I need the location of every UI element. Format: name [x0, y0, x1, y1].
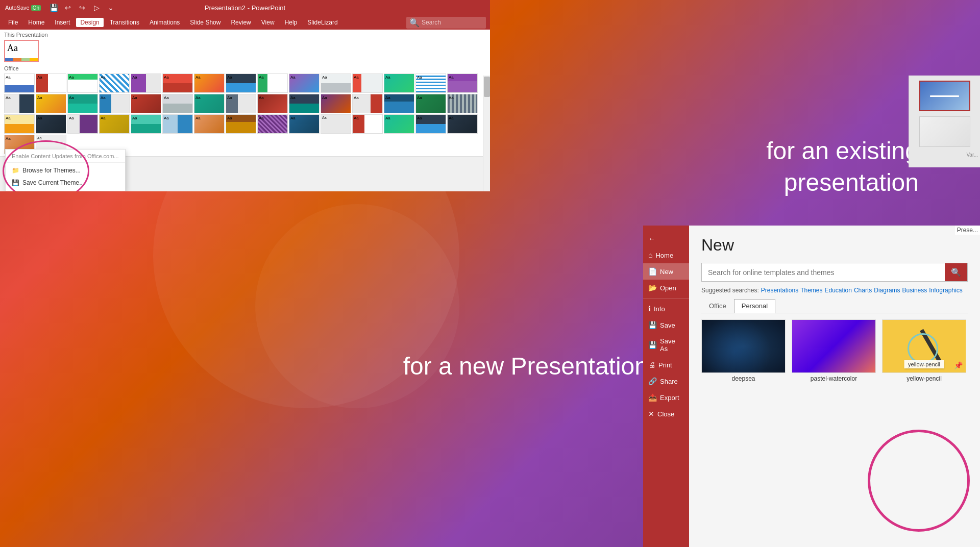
theme-41[interactable]: Aa — [321, 114, 351, 134]
menu-design[interactable]: Design — [76, 18, 103, 27]
sidebar-share-btn[interactable]: 🔗 Share — [643, 373, 689, 389]
present-icon[interactable]: ▷ — [91, 2, 102, 13]
theme-6[interactable]: Aa — [162, 73, 193, 93]
theme-28[interactable]: Aa — [384, 94, 414, 113]
sidebar-back-btn[interactable]: ← — [643, 231, 689, 247]
theme-3[interactable]: Aa — [67, 73, 98, 93]
tab-personal[interactable]: Personal — [734, 299, 775, 313]
theme-5[interactable]: Aa — [131, 73, 161, 93]
theme-4[interactable]: Aa — [99, 73, 130, 93]
menu-help[interactable]: Help — [281, 18, 302, 27]
back-icon: ← — [648, 235, 655, 243]
undo-icon[interactable]: ↩ — [62, 2, 74, 13]
current-theme-item[interactable]: Aa — [4, 40, 39, 62]
theme-25[interactable]: Aa — [289, 94, 320, 113]
template-pastel[interactable]: pastel-watercolor — [792, 319, 876, 382]
sidebar-new-btn[interactable]: 📄 New — [643, 263, 689, 280]
theme-29[interactable]: Aa — [415, 94, 446, 113]
suggested-charts[interactable]: Charts — [854, 287, 872, 294]
theme-33[interactable]: Aa — [67, 114, 98, 134]
sidebar-export-btn[interactable]: 📤 Export — [643, 389, 689, 406]
theme-31[interactable]: Aa — [4, 114, 35, 134]
theme-11[interactable]: Aa — [321, 73, 351, 93]
template-search-input[interactable] — [702, 264, 945, 281]
scrollbar[interactable] — [483, 76, 490, 191]
menu-search-input[interactable] — [422, 19, 483, 26]
print-icon: 🖨 — [648, 361, 655, 369]
sidebar-info-btn[interactable]: ℹ Info — [643, 301, 689, 317]
tab-office[interactable]: Office — [701, 299, 734, 313]
theme-26[interactable]: Aa — [321, 94, 351, 113]
theme-34[interactable]: Aa — [99, 114, 130, 134]
menu-file[interactable]: File — [4, 18, 22, 27]
menu-home[interactable]: Home — [24, 18, 48, 27]
theme-30[interactable]: Aa — [447, 94, 478, 113]
menu-slidelizard[interactable]: SlideLizard — [303, 18, 341, 27]
sidebar-print-label: Print — [658, 361, 672, 369]
sidebar-save-btn[interactable]: 💾 Save — [643, 317, 689, 333]
theme-42[interactable]: Aa — [352, 114, 383, 134]
menu-bar: File Home Insert Design Transitions Anim… — [0, 15, 490, 30]
theme-17[interactable]: Aa — [36, 94, 66, 113]
theme-1[interactable]: Aa — [4, 73, 35, 93]
template-yellow-pencil[interactable]: yellow-pencil 📌 yellow-pencil — [882, 319, 966, 382]
menu-slideshow[interactable]: Slide Show — [186, 18, 225, 27]
menu-view[interactable]: View — [257, 18, 279, 27]
suggested-presentations[interactable]: Presentations — [761, 287, 798, 294]
save-icon[interactable]: 💾 — [48, 2, 59, 13]
theme-13[interactable]: Aa — [384, 73, 414, 93]
theme-39[interactable]: Aa — [257, 114, 288, 134]
theme-37[interactable]: Aa — [194, 114, 225, 134]
suggested-diagrams[interactable]: Diagrams — [874, 287, 900, 294]
theme-40[interactable]: Aa — [289, 114, 320, 134]
menu-insert[interactable]: Insert — [51, 18, 74, 27]
theme-20[interactable]: Aa — [131, 94, 161, 113]
theme-45[interactable]: Aa — [447, 114, 478, 134]
theme-24[interactable]: Aa — [257, 94, 288, 113]
menu-transitions[interactable]: Transitions — [106, 18, 143, 27]
theme-9[interactable]: Aa — [257, 73, 288, 93]
theme-15[interactable]: Aa — [447, 73, 478, 93]
theme-7[interactable]: Aa — [194, 73, 225, 93]
redo-icon[interactable]: ↪ — [77, 2, 88, 13]
theme-38[interactable]: Aa — [226, 114, 256, 134]
sidebar-saveas-btn[interactable]: 💾 Save As — [643, 333, 689, 357]
theme-2[interactable]: Aa — [36, 73, 66, 93]
theme-19[interactable]: Aa — [99, 94, 130, 113]
sidebar-home-btn[interactable]: ⌂ Home — [643, 247, 689, 263]
theme-44[interactable]: Aa — [415, 114, 446, 134]
suggested-themes[interactable]: Themes — [800, 287, 822, 294]
pin-icon: 📌 — [954, 361, 963, 369]
menu-review[interactable]: Review — [227, 18, 255, 27]
theme-36[interactable]: Aa — [162, 114, 193, 134]
theme-16[interactable]: Aa — [4, 94, 35, 113]
theme-8[interactable]: Aa — [226, 73, 256, 93]
theme-12[interactable]: Aa — [352, 73, 383, 93]
slide-thumb-2[interactable] — [919, 116, 970, 147]
sidebar-open-btn[interactable]: 📂 Open — [643, 280, 689, 296]
slide-thumb-1[interactable] — [919, 81, 970, 111]
template-search-btn[interactable]: 🔍 — [945, 263, 967, 281]
suggested-education[interactable]: Education — [825, 287, 852, 294]
theme-18[interactable]: Aa — [67, 94, 98, 113]
theme-14[interactable]: Aa — [415, 73, 446, 93]
theme-27[interactable]: Aa — [352, 94, 383, 113]
suggested-infographics[interactable]: Infographics — [929, 287, 962, 294]
theme-35[interactable]: Aa — [131, 114, 161, 134]
theme-22[interactable]: Aa — [194, 94, 225, 113]
browse-themes-item[interactable]: 📁 Browse for Themes... — [6, 164, 125, 177]
template-deepsea[interactable]: deepsea — [701, 319, 786, 382]
theme-32[interactable]: Aa — [36, 114, 66, 134]
theme-21[interactable]: Aa — [162, 94, 193, 113]
theme-23[interactable]: Aa — [226, 94, 256, 113]
share-icon: 🔗 — [648, 377, 657, 385]
sidebar-print-btn[interactable]: 🖨 Print — [643, 357, 689, 373]
theme-43[interactable]: Aa — [384, 114, 414, 134]
more-icon[interactable]: ⌄ — [105, 2, 116, 13]
menu-animations[interactable]: Animations — [145, 18, 184, 27]
theme-10[interactable]: Aa — [289, 73, 320, 93]
save-theme-item[interactable]: 💾 Save Current Theme... — [6, 177, 125, 189]
suggested-business[interactable]: Business — [902, 287, 927, 294]
sidebar-home-label: Home — [655, 252, 673, 259]
sidebar-close-btn[interactable]: ✕ Close — [643, 406, 689, 422]
